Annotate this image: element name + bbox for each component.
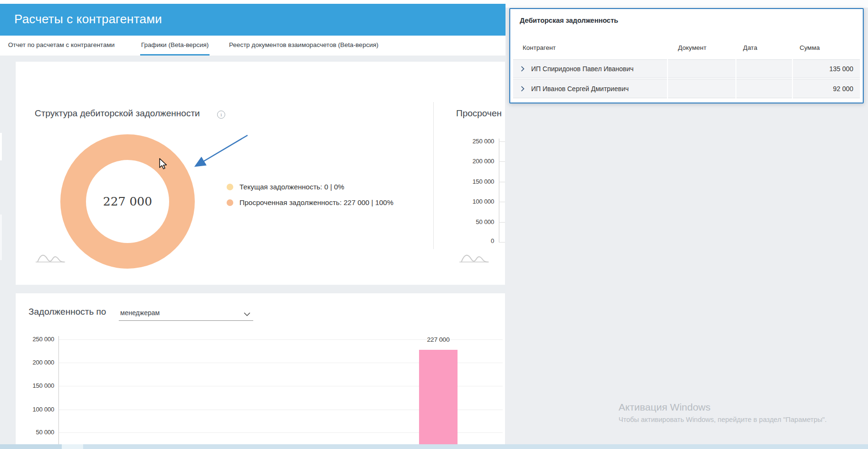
- y-tick: 250 000: [16, 336, 54, 343]
- tick-mark: [499, 161, 505, 162]
- chevron-right-icon[interactable]: [521, 86, 525, 92]
- screen: Расчеты с контрагентами Отчет по расчета…: [0, 0, 868, 449]
- popup-title: Дебиторская задолженность: [520, 17, 618, 24]
- manager-debt-card: Задолженность по менеджерам 250 000 200 …: [16, 293, 505, 449]
- col-header-counterparty[interactable]: Контрагент: [523, 44, 556, 51]
- select-underline: [119, 320, 253, 321]
- page-title: Расчеты с контрагентами: [14, 12, 162, 27]
- scrollbar-segment: [0, 444, 62, 449]
- cell-date: [736, 59, 792, 78]
- y-tick: 150 000: [437, 178, 494, 185]
- y-tick: 150 000: [16, 382, 54, 389]
- backdrop-top: [506, 0, 868, 8]
- app-window: Расчеты с контрагентами Отчет по расчета…: [0, 0, 506, 449]
- tick-mark: [499, 141, 505, 142]
- windows-activation-subtitle: Чтобы активировать Windows, перейдите в …: [619, 416, 827, 423]
- y-tick: 200 000: [16, 359, 54, 366]
- side-panel-handle[interactable]: [0, 215, 2, 260]
- table-row[interactable]: ИП Спиридонов Павел Иванович 135 000: [513, 59, 860, 78]
- cell-amount: 92 000: [793, 79, 860, 98]
- table-row[interactable]: ИП Иванов Сергей Дмитриевич 92 000: [513, 79, 860, 98]
- cell-document: [668, 79, 735, 98]
- horizontal-scrollbar[interactable]: [0, 444, 868, 449]
- receivables-popup: Дебиторская задолженность Контрагент Док…: [509, 8, 864, 103]
- cell-document: [668, 59, 735, 78]
- wave-chart-icon[interactable]: [458, 251, 491, 265]
- debt-bar[interactable]: [419, 350, 458, 449]
- mouse-cursor: [159, 158, 169, 171]
- windows-activation-title: Активация Windows: [619, 402, 711, 413]
- debt-structure-card: Структура дебиторской задолженности i 22…: [16, 62, 505, 285]
- tab-bar: Отчет по расчетам с контрагентами График…: [0, 36, 506, 56]
- card-divider: [433, 102, 434, 249]
- scrollbar-thumb[interactable]: [62, 444, 83, 449]
- legend-dot-overdue: [227, 199, 233, 206]
- tick-mark: [499, 202, 505, 202]
- tab-report[interactable]: Отчет по расчетам с контрагентами: [8, 36, 114, 54]
- legend-label-current: Текущая задолженность: 0 | 0%: [239, 183, 344, 191]
- cell-amount: 135 000: [793, 59, 860, 78]
- legend-dot-current: [227, 184, 233, 190]
- app-header: Расчеты с контрагентами: [0, 4, 506, 36]
- legend-item-overdue[interactable]: Просроченная задолженность: 227 000 | 10…: [227, 198, 393, 206]
- bar-chart-title: Задолженность по: [29, 307, 106, 317]
- group-by-select[interactable]: менеджерам: [120, 309, 160, 317]
- col-header-document[interactable]: Документ: [678, 44, 706, 51]
- overdue-chart-title: Просрочен: [456, 108, 502, 119]
- wave-chart-icon[interactable]: [34, 251, 67, 265]
- legend-item-current[interactable]: Текущая задолженность: 0 | 0%: [227, 183, 344, 191]
- y-tick: 50 000: [437, 218, 494, 225]
- cell-counterparty: ИП Иванов Сергей Дмитриевич: [531, 85, 629, 93]
- cell-date: [736, 79, 792, 98]
- tick-mark: [499, 222, 505, 223]
- legend-label-overdue: Просроченная задолженность: 227 000 | 10…: [239, 198, 393, 206]
- y-tick: 0: [437, 237, 494, 244]
- chevron-right-icon[interactable]: [521, 66, 525, 72]
- col-header-amount[interactable]: Сумма: [800, 44, 820, 51]
- tick-mark: [499, 182, 505, 182]
- y-tick: 100 000: [437, 198, 494, 205]
- y-tick: 50 000: [16, 429, 54, 436]
- y-axis-line: [499, 139, 499, 242]
- y-tick: 100 000: [16, 406, 54, 413]
- cell-counterparty: ИП Спиридонов Павел Иванович: [531, 65, 634, 73]
- y-axis-line: [58, 336, 59, 449]
- blue-arrow: [16, 62, 505, 285]
- tab-charts[interactable]: Графики (Beta-версия): [141, 36, 209, 54]
- y-tick: 200 000: [437, 158, 494, 165]
- tab-registry[interactable]: Реестр документов взаиморасчетов (Beta-в…: [229, 36, 378, 54]
- col-header-date[interactable]: Дата: [743, 44, 757, 51]
- side-panel-handle[interactable]: [0, 133, 2, 160]
- y-tick: 250 000: [437, 138, 494, 145]
- chevron-down-icon[interactable]: [244, 312, 250, 317]
- tick-mark: [499, 242, 505, 243]
- bar-value-label: 227 000: [415, 336, 461, 343]
